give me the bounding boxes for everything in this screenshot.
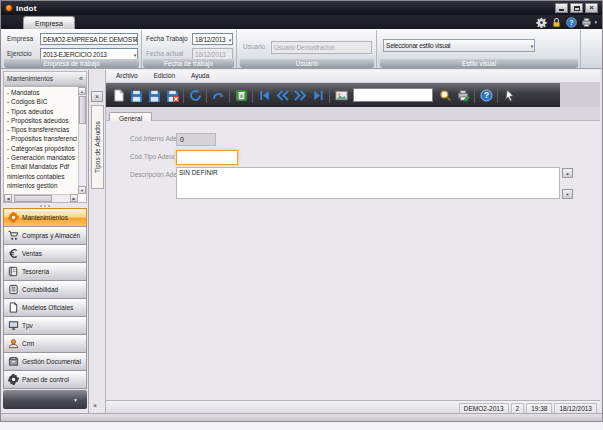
image-icon[interactable]	[332, 86, 350, 104]
tree-item[interactable]: - Tipos adeudos	[4, 107, 77, 116]
sidebar-item-crm[interactable]: Crm	[3, 334, 87, 353]
tree-item[interactable]: - Mandatos	[4, 88, 77, 97]
delete-record-icon[interactable]	[163, 86, 181, 104]
close-button[interactable]: ×	[585, 3, 598, 13]
svg-text:?: ?	[570, 18, 574, 25]
save-icon[interactable]	[127, 86, 145, 104]
module-label: Gestión Documental	[22, 358, 81, 365]
module-label: Tpv	[22, 322, 33, 329]
module-label: Ventas	[22, 250, 42, 257]
ribbon-tab-row: Empresa ? ▾	[1, 15, 602, 29]
sidebar-item-contabilidad[interactable]: Contabilidad	[3, 280, 87, 299]
sidebar-item-ventas[interactable]: Ventas	[3, 244, 87, 263]
nav-last-icon[interactable]	[309, 86, 327, 104]
close-panel-icon[interactable]: ×	[93, 402, 97, 409]
tab-empresa[interactable]: Empresa	[23, 16, 75, 29]
status-time: 19:38	[526, 403, 552, 414]
scroll-right-icon[interactable]: ▶	[70, 194, 78, 202]
scrollbar-thumb[interactable]	[79, 96, 86, 124]
estilo-visual-combobox[interactable]: Seleccionar estilo visual ▾	[383, 39, 535, 52]
group-caption: Estilo visual	[380, 59, 578, 68]
tree-item[interactable]: nimientos contables	[4, 172, 77, 181]
scroll-down-icon[interactable]: ▼	[78, 186, 86, 194]
tree-item[interactable]: os	[4, 190, 77, 193]
usuario-field: Usuario Demostracion	[271, 41, 372, 54]
menu-ayuda[interactable]: Ayuda	[183, 70, 217, 82]
tab-tipos-de-adeudos[interactable]: Tipos de Adeudos	[91, 105, 104, 189]
vertical-scrollbar[interactable]: ▲ ▼	[78, 87, 86, 194]
menu-archivo[interactable]: Archivo	[108, 70, 146, 82]
official-models-icon	[7, 302, 19, 313]
settings-icon[interactable]	[535, 16, 548, 28]
search-icon[interactable]	[436, 86, 454, 104]
help-icon[interactable]: ?	[565, 16, 578, 28]
delete-icon[interactable]	[232, 86, 250, 104]
toolbar-separator	[252, 87, 253, 103]
tree-item[interactable]: - Email Mandatos Pdf	[4, 162, 77, 171]
sidebar-item-panel-de-control[interactable]: Panel de control	[3, 370, 87, 389]
fecha-actual-value: 18/12/2013	[195, 51, 226, 58]
sidebar-item-tesoreria[interactable]: Tesorería	[3, 262, 87, 281]
scroll-up-icon[interactable]: ▲	[78, 87, 86, 95]
nav-prev-icon[interactable]	[273, 86, 291, 104]
toolbar-separator	[474, 87, 475, 103]
menu-bar: Archivo Edición Ayuda	[106, 70, 600, 83]
collapse-icon[interactable]: «	[79, 75, 83, 82]
sidebar-overflow-bar[interactable]: ▼	[3, 390, 87, 409]
scroll-up-icon[interactable]: ▲	[562, 168, 573, 178]
restore-button[interactable]	[570, 3, 583, 13]
tree-item[interactable]: - Tipos transferencias	[4, 125, 77, 134]
nav-next-icon[interactable]	[291, 86, 309, 104]
redo-icon[interactable]	[209, 86, 227, 104]
tree-item[interactable]: nimientos gestión	[4, 181, 77, 190]
tree-item[interactable]: - Propósitos adeudos	[4, 116, 77, 125]
toolbar-separator	[497, 87, 498, 103]
search-input[interactable]	[353, 88, 433, 102]
crm-icon	[7, 338, 19, 349]
refresh-icon[interactable]	[186, 86, 204, 104]
menu-edicion[interactable]: Edición	[146, 70, 183, 82]
group-caption: Fecha de trabajo	[143, 59, 234, 68]
status-company: DEMO2-2013	[459, 403, 509, 414]
new-document-icon[interactable]	[109, 86, 127, 104]
chevron-down-icon: ▾	[531, 43, 533, 49]
euro-icon	[7, 248, 19, 259]
scrollbar-thumb[interactable]	[14, 195, 52, 202]
module-label: Tesorería	[22, 268, 49, 275]
print-verify-icon[interactable]	[454, 86, 472, 104]
group-fecha-de-trabajo: Fecha Trabajo 18/12/2013 ▾ Fecha actual …	[142, 30, 237, 68]
toolbar-buttons: ?	[106, 83, 560, 107]
lock-icon[interactable]	[550, 16, 563, 28]
sidebar-item-modelos-oficiales[interactable]: Modelos Oficiales	[3, 298, 87, 317]
fecha-actual-label: Fecha actual	[146, 50, 183, 57]
cart-icon	[7, 230, 19, 241]
close-document-button[interactable]: ×	[91, 91, 103, 102]
toolbar-separator	[229, 87, 230, 103]
type-code-input[interactable]	[176, 150, 238, 165]
fecha-trabajo-combobox[interactable]: 18/12/2013 ▾	[192, 33, 233, 45]
sidebar-item-compras[interactable]: Compras y Almacén	[3, 226, 87, 245]
document-area: Archivo Edición Ayuda	[105, 70, 600, 415]
sidebar-item-gestion-documental[interactable]: Gestión Documental	[3, 352, 87, 371]
scroll-down-icon[interactable]: ▼	[562, 189, 573, 199]
document-management-icon	[7, 356, 19, 367]
empresa-combobox[interactable]: DEMO2-EMPRESA DE DEMOSTRACI... ▾	[40, 33, 138, 45]
help-icon[interactable]: ?	[477, 86, 495, 104]
tree-item[interactable]: - Generación mandatos SEPA	[4, 153, 77, 162]
estilo-visual-value: Seleccionar estilo visual	[386, 42, 450, 49]
module-label: Compras y Almacén	[22, 232, 80, 239]
horizontal-scrollbar[interactable]: ◀ ▶	[4, 194, 78, 202]
sidebar-item-tpv[interactable]: Tpv	[3, 316, 87, 335]
scroll-left-icon[interactable]: ◀	[4, 194, 12, 202]
description-textarea[interactable]: SIN DEFINIR	[176, 167, 560, 199]
exit-pointer-icon[interactable]	[500, 86, 518, 104]
minimize-button[interactable]	[555, 3, 568, 13]
tree-item[interactable]: - Propósitos transferencias	[4, 134, 77, 143]
tree-item[interactable]: - Categorías propósitos	[4, 144, 77, 153]
print-icon[interactable]	[580, 16, 593, 28]
print-caret-icon[interactable]: ▾	[594, 19, 597, 25]
sidebar-item-mantenimientos[interactable]: Mantenimientos	[3, 208, 87, 227]
save-as-icon[interactable]	[145, 86, 163, 104]
nav-first-icon[interactable]	[255, 86, 273, 104]
tree-item[interactable]: - Códigos BIC	[4, 97, 77, 106]
